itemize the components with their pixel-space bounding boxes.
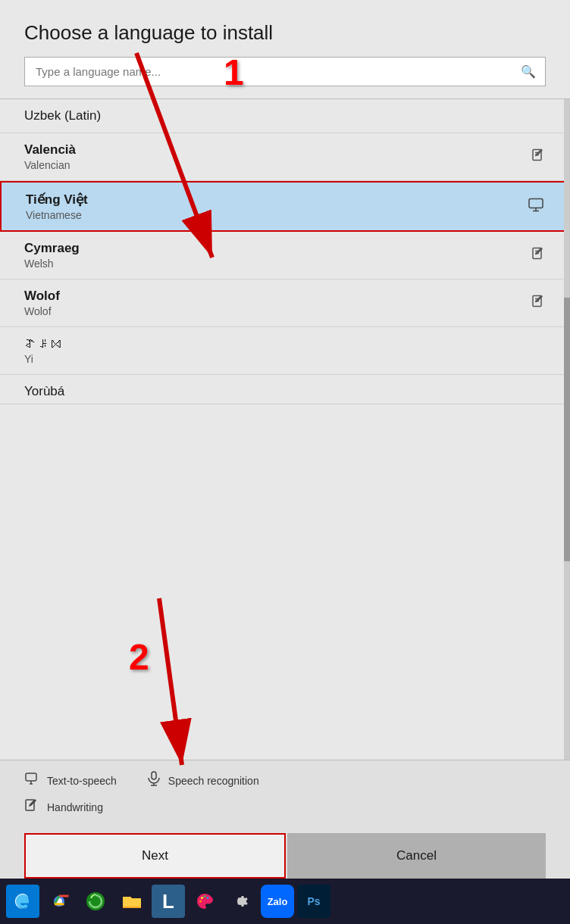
language-name: Tiếng Việt xyxy=(26,192,544,208)
taskbar-icon-zalo[interactable]: Zalo xyxy=(261,885,294,918)
taskbar-icon-folder[interactable] xyxy=(115,885,149,918)
edit-icon xyxy=(531,294,546,313)
scrollbar-thumb[interactable] xyxy=(564,298,570,562)
list-item[interactable]: Valencià Valencian xyxy=(0,133,570,181)
taskbar: L Zalo Ps xyxy=(0,879,570,924)
taskbar-icon-settings[interactable] xyxy=(224,885,258,918)
list-item-vietnamese[interactable]: Tiếng Việt Vietnamese xyxy=(0,181,570,232)
next-button[interactable]: Next xyxy=(24,833,286,879)
feature-handwriting: Handwriting xyxy=(24,798,103,816)
search-icon: 🔍 xyxy=(512,64,545,79)
language-name: Valencià xyxy=(24,142,546,158)
speech-label: Speech recognition xyxy=(168,775,259,787)
edit-icon xyxy=(531,246,546,265)
language-name: Uzbek (Latin) xyxy=(24,108,546,123)
language-name: ꆈꌠꉙ xyxy=(24,336,546,351)
dialog-title: Choose a language to install xyxy=(24,21,546,45)
language-subname: Wolof xyxy=(24,305,546,317)
buttons-row: Next Cancel xyxy=(0,833,570,879)
tts-label: Text-to-speech xyxy=(47,775,117,787)
scrollbar[interactable] xyxy=(564,99,570,760)
dialog-header: Choose a language to install xyxy=(0,0,570,57)
list-item[interactable]: Wolof Wolof xyxy=(0,279,570,327)
svg-point-25 xyxy=(201,897,203,899)
feature-speech: Speech recognition xyxy=(147,771,259,790)
tts-icon xyxy=(24,771,39,790)
svg-point-24 xyxy=(199,901,202,903)
features-row-2: Handwriting xyxy=(24,798,546,816)
svg-rect-12 xyxy=(26,773,36,781)
taskbar-icon-greenswirl[interactable] xyxy=(79,885,112,918)
language-install-dialog: Choose a language to install 🔍 Uzbek (La… xyxy=(0,0,570,879)
language-subname: Yi xyxy=(24,353,546,365)
taskbar-icon-chrome[interactable] xyxy=(42,885,76,918)
monitor-icon xyxy=(528,196,544,217)
svg-point-26 xyxy=(204,895,206,897)
cancel-button[interactable]: Cancel xyxy=(287,833,546,879)
language-subname: Welsh xyxy=(24,258,546,270)
svg-rect-15 xyxy=(152,772,156,779)
list-item[interactable]: Cymraeg Welsh xyxy=(0,232,570,279)
search-input[interactable] xyxy=(25,58,512,86)
svg-point-27 xyxy=(207,897,209,899)
list-item[interactable]: ꆈꌠꉙ Yi xyxy=(0,327,570,375)
handwriting-icon xyxy=(24,798,39,816)
taskbar-icon-ps[interactable]: Ps xyxy=(297,885,330,918)
search-input-wrapper[interactable]: 🔍 xyxy=(24,57,546,86)
features-section: Text-to-speech Speech recognition xyxy=(0,760,570,833)
taskbar-icon-l[interactable]: L xyxy=(152,885,185,918)
features-row-1: Text-to-speech Speech recognition xyxy=(24,771,546,790)
taskbar-icon-edge[interactable] xyxy=(6,885,39,918)
language-subname: Valencian xyxy=(24,159,546,171)
list-item[interactable]: Yorùbá xyxy=(0,375,570,404)
feature-tts: Text-to-speech xyxy=(24,771,117,790)
language-name: Yorùbá xyxy=(24,384,546,399)
list-item[interactable]: Uzbek (Latin) xyxy=(0,99,570,133)
edit-icon xyxy=(531,148,546,167)
language-subname: Vietnamese xyxy=(26,209,544,221)
taskbar-icon-palette[interactable] xyxy=(188,885,221,918)
language-list: Uzbek (Latin) Valencià Valencian Tiếng V… xyxy=(0,99,570,760)
language-name: Cymraeg xyxy=(24,241,546,256)
annotation-2: 2 xyxy=(129,636,149,678)
svg-rect-3 xyxy=(529,198,543,208)
language-name: Wolof xyxy=(24,289,546,304)
mic-icon xyxy=(147,771,161,790)
annotation-1: 1 xyxy=(224,52,244,93)
search-bar-container: 🔍 xyxy=(0,57,570,98)
handwriting-label: Handwriting xyxy=(47,801,103,813)
